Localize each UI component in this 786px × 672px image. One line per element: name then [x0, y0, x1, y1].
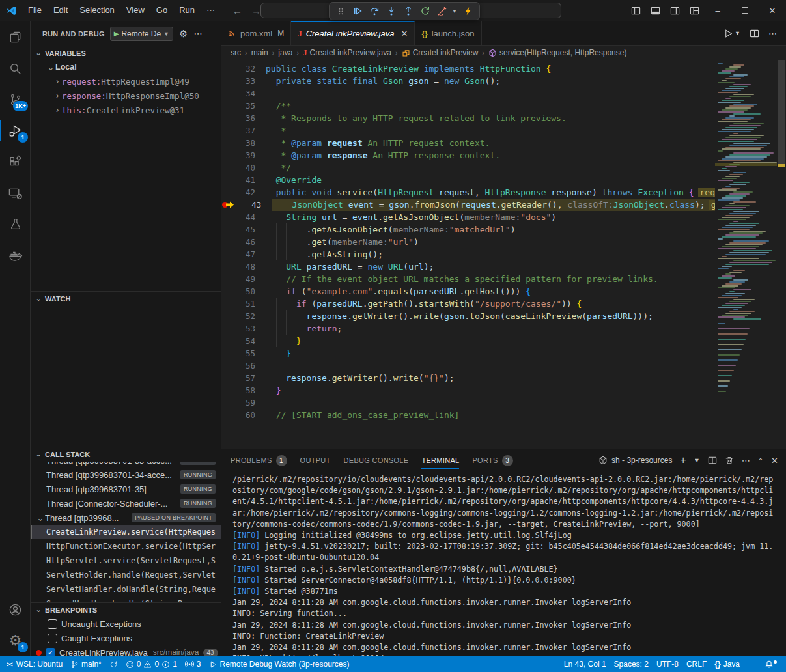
call-stack-frame[interactable]: CreateLinkPreview.service(HttpReques: [31, 525, 221, 539]
code-line-45[interactable]: 45.getAsJsonObject(memberName:"matchedUr…: [221, 223, 715, 236]
menu-go[interactable]: Go: [150, 3, 173, 18]
code-line-57[interactable]: 57response.getWriter().write("{}");: [221, 372, 715, 384]
call-stack-thread[interactable]: Thread [Connector-Scheduler-...RUNNING: [31, 496, 221, 511]
code-line-39[interactable]: 39 * @param response An HTTP response co…: [221, 149, 715, 161]
code-line-44[interactable]: 44String url = event.getAsJsonObject(mem…: [221, 211, 715, 223]
activity-explorer[interactable]: [0, 21, 31, 53]
call-stack-frame[interactable]: HttpServlet.service(ServletRequest,S: [31, 553, 221, 568]
call-stack-thread[interactable]: Thread [qtp399683701-34-acce...RUNNING: [31, 468, 221, 482]
close-panel-icon[interactable]: ✕: [771, 456, 778, 466]
maximize-panel-icon[interactable]: ⌃: [758, 457, 763, 464]
continue-icon[interactable]: [350, 4, 365, 18]
status-problems[interactable]: 0 0 1: [122, 656, 181, 672]
code-line-32[interactable]: 32public class CreateLinkPreview impleme…: [221, 63, 715, 75]
menu-more[interactable]: ⋯: [201, 3, 221, 18]
activity-run-and-debug[interactable]: 1: [0, 115, 31, 147]
nav-back-icon[interactable]: ←: [232, 5, 242, 16]
code-line-54[interactable]: 54}: [221, 335, 715, 347]
panel-tab-problems[interactable]: PROBLEMS1: [231, 449, 287, 471]
terminal-dropdown-chevron-icon[interactable]: ▼: [694, 457, 700, 464]
call-stack-frame[interactable]: ServletHandler.doHandle(String,Reque: [31, 582, 221, 596]
start-debug-icon[interactable]: ▶: [114, 30, 119, 37]
status-utf-8[interactable]: UTF-8: [653, 656, 682, 672]
call-stack-frame[interactable]: ScopedHandler.handle(String,Requ: [31, 596, 221, 602]
code-line-36[interactable]: 36 * Responds to any HTTP request relate…: [221, 112, 715, 124]
status-broadcast[interactable]: 3: [181, 656, 205, 672]
code-line-35[interactable]: 35/**: [221, 100, 715, 112]
code-line-46[interactable]: 46.get(memberName:"url"): [221, 236, 715, 248]
code-line-53[interactable]: 53return;: [221, 322, 715, 335]
kill-terminal-icon[interactable]: [725, 456, 734, 465]
toggle-secondary-sidebar-icon[interactable]: [665, 0, 684, 21]
status-bell[interactable]: [761, 656, 781, 672]
call-stack-thread[interactable]: ⌄Thread [qtp39968...PAUSED ON BREAKPOINT: [31, 511, 221, 525]
terminal-selector[interactable]: sh - 3p-resources: [598, 456, 672, 465]
call-stack-thread[interactable]: Thread [qtp399683701-35]RUNNING: [31, 482, 221, 496]
code-line-37[interactable]: 37 *: [221, 124, 715, 137]
menu-view[interactable]: View: [120, 3, 150, 18]
breadcrumb-item[interactable]: service(HttpRequest, HttpResponse): [488, 48, 626, 57]
call-stack-frame[interactable]: ServletHolder.handle(Request,Servlet: [31, 568, 221, 582]
status-java[interactable]: {}Java: [710, 656, 744, 672]
code-line-55[interactable]: 55}: [221, 347, 715, 359]
checkbox[interactable]: ✓: [46, 648, 55, 657]
breadcrumb-item[interactable]: CreateLinkPreview: [402, 48, 479, 57]
breakpoint-exception-row[interactable]: Uncaught Exceptions: [31, 617, 221, 631]
maximize-button[interactable]: [731, 0, 759, 21]
nav-forward-icon[interactable]: →: [251, 5, 261, 16]
variable-row-request[interactable]: ›request: HttpRequestImpl@49: [31, 74, 221, 89]
restart-icon[interactable]: [418, 4, 432, 18]
chevron-down-icon[interactable]: ▼: [452, 8, 458, 14]
tab-launch-json[interactable]: {}launch.json: [415, 21, 481, 45]
breadcrumb-item[interactable]: JCreateLinkPreview.java: [303, 48, 391, 58]
code-line-40[interactable]: 40 */: [221, 161, 715, 174]
code-line-34[interactable]: 34: [221, 87, 715, 100]
panel-tab-ports[interactable]: PORTS3: [472, 449, 512, 471]
code-line-43[interactable]: 43JsonObject event = gson.fromJson(reque…: [221, 199, 715, 211]
new-terminal-icon[interactable]: +: [680, 455, 686, 466]
breakpoint-file-row[interactable]: ✓CreateLinkPreview.javasrc/main/java43: [31, 645, 221, 656]
variables-scope-local[interactable]: ⌄Local: [31, 60, 221, 74]
code-line-38[interactable]: 38 * @param request An HTTP request cont…: [221, 137, 715, 149]
menu-file[interactable]: File: [22, 3, 48, 18]
tab-CreateLinkPreview-java[interactable]: JCreateLinkPreview.java✕: [291, 21, 415, 45]
menu-run[interactable]: Run: [173, 3, 201, 18]
step-out-icon[interactable]: [401, 4, 415, 18]
watch-section-header[interactable]: ⌄WATCH: [31, 291, 221, 305]
code-line-59[interactable]: 59: [221, 397, 715, 409]
variables-section-header[interactable]: ⌄VARIABLES: [31, 46, 221, 60]
panel-tab-terminal[interactable]: TERMINAL: [421, 449, 459, 471]
menu-edit[interactable]: Edit: [48, 3, 74, 18]
minimize-button[interactable]: –: [704, 0, 731, 21]
step-into-icon[interactable]: [384, 4, 399, 18]
code-line-60[interactable]: 60// [START add_ons_case_preview_link]: [221, 409, 715, 421]
call-stack-frame[interactable]: HttpFunctionExecutor.service(HttpSer: [31, 539, 221, 553]
breadcrumb-item[interactable]: src: [231, 48, 241, 57]
activity-extensions[interactable]: [0, 147, 31, 178]
toggle-primary-sidebar-icon[interactable]: [626, 0, 645, 21]
code-line-41[interactable]: 41@Override: [221, 174, 715, 186]
checkbox[interactable]: [48, 619, 57, 629]
checkbox[interactable]: [48, 634, 57, 643]
status-spaces-2[interactable]: Spaces: 2: [610, 656, 653, 672]
menu-selection[interactable]: Selection: [74, 3, 120, 18]
tab-pom-xml[interactable]: pom.xmlM: [221, 21, 291, 45]
code-line-42[interactable]: 42public void service(HttpRequest reques…: [221, 186, 715, 199]
status-sync[interactable]: [105, 656, 122, 672]
activity-accounts[interactable]: [0, 594, 31, 625]
call-stack-section-header[interactable]: ⌄CALL STACK: [31, 447, 221, 461]
panel-tab-debug-console[interactable]: DEBUG CONSOLE: [344, 449, 409, 471]
code-line-50[interactable]: 50if ("example.com".equals(parsedURL.get…: [221, 285, 715, 298]
editor-more-actions-icon[interactable]: ⋯: [768, 29, 777, 38]
toggle-panel-icon[interactable]: [645, 0, 665, 21]
activity-source-control[interactable]: 1K+: [0, 84, 31, 115]
code-line-49[interactable]: 49// If the event object URL matches a s…: [221, 273, 715, 285]
activity-search[interactable]: [0, 53, 31, 84]
debug-settings-gear-icon[interactable]: ⚙: [179, 28, 188, 40]
activity-docker[interactable]: [0, 240, 31, 272]
variable-row-response[interactable]: ›response: HttpResponseImpl@50: [31, 89, 221, 103]
code-line-48[interactable]: 48URL parsedURL = new URL(url);: [221, 260, 715, 273]
minimap[interactable]: [715, 60, 777, 449]
terminal-output[interactable]: /pierrick/.m2/repository/io/cloudevents/…: [221, 471, 786, 672]
breadcrumb-item[interactable]: main: [251, 48, 268, 57]
